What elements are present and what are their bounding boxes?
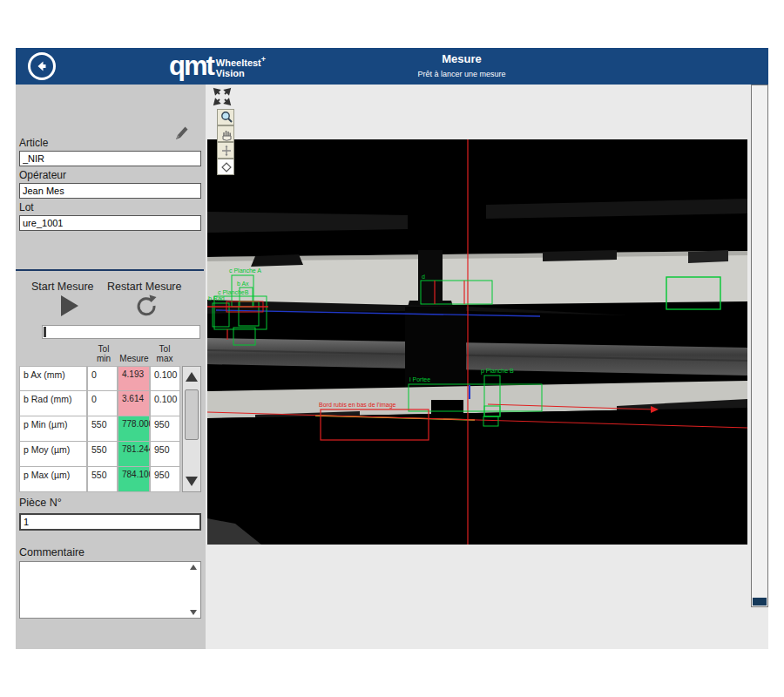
row-tol-min: 0 (87, 391, 118, 416)
annotation-label-d: d (422, 274, 425, 280)
row-tol-max: 950 (150, 416, 180, 442)
app-logo: qmt Wheeltest+ Vision (169, 51, 266, 80)
status-text: Prêt à lancer une mesure (375, 68, 549, 80)
row-name: p Moy (µm) (19, 442, 87, 467)
sidebar: Article Opérateur Lot Start Mesure Resta… (16, 85, 206, 649)
logo-vision: Vision (216, 68, 266, 78)
edit-pencil-icon[interactable] (172, 125, 189, 142)
article-input[interactable] (19, 151, 201, 166)
col-header-tolmax-1: Tol (152, 344, 178, 354)
page-title: Mesure (375, 51, 549, 68)
logo-wheeltest: Wheeltest (216, 58, 261, 68)
table-row[interactable]: b Rad (mm) 0 3.614 0.100 (19, 391, 180, 416)
comment-scroll-down-icon[interactable] (190, 610, 197, 615)
table-scrollbar[interactable] (182, 366, 201, 492)
col-header-mesure: Mesure (118, 354, 150, 363)
row-name: p Min (µm) (19, 416, 87, 442)
row-name: b Rad (mm) (19, 391, 87, 416)
progress-bar (42, 325, 200, 339)
table-row[interactable]: p Moy (µm) 550 781.244 950 (19, 442, 180, 467)
annotation-label-planche-b-left: c PlancheB (218, 289, 249, 295)
logo-plus: + (261, 55, 266, 64)
row-tol-max: 0.100 (150, 366, 180, 391)
application-window: qmt Wheeltest+ Vision Mesure Prêt à lanc… (0, 0, 784, 697)
annotation-label-bord-rubis: Bord rubis en bas de l'image (319, 402, 396, 409)
camera-image[interactable]: c Planche A b Ax c PlancheB b Rad d l Po… (207, 85, 747, 545)
row-tol-max: 950 (150, 442, 180, 467)
viewer-scrollbar-thumb[interactable] (753, 598, 767, 606)
commentaire-label: Commentaire (19, 546, 84, 558)
commentaire-textarea[interactable] (19, 561, 201, 619)
table-row[interactable]: p Min (µm) 550 778.000 950 (19, 416, 180, 442)
progress-fill (44, 327, 46, 337)
row-name: p Max (µm) (19, 467, 87, 492)
restart-mesure-label: Restart Mesure (107, 281, 181, 293)
scroll-down-icon[interactable] (186, 477, 198, 486)
piece-label: Pièce N° (19, 497, 62, 509)
move-icon (219, 143, 234, 159)
article-label: Article (19, 137, 48, 149)
logo-qmt: qmt (169, 51, 213, 80)
viewer-scrollbar[interactable] (751, 85, 768, 607)
expand-icon[interactable] (213, 87, 232, 106)
scrollbar-thumb[interactable] (185, 389, 199, 440)
row-mesure: 778.000 (118, 416, 150, 442)
col-header-tolmin-2: min (91, 354, 117, 363)
row-mesure: 781.244 (118, 442, 150, 467)
back-arrow-icon (34, 58, 50, 74)
pan-hand-icon (219, 126, 234, 142)
lot-label: Lot (19, 201, 34, 213)
pan-tool-button[interactable] (217, 125, 234, 142)
table-row[interactable]: p Max (µm) 550 784.100 950 (19, 467, 180, 492)
col-header-tolmax-2: max (152, 354, 178, 363)
row-mesure: 4.193 (118, 366, 150, 391)
row-tol-min: 550 (87, 442, 118, 467)
zoom-icon (219, 110, 234, 125)
operateur-label: Opérateur (19, 169, 66, 181)
section-divider (16, 269, 204, 271)
measurement-table: b Ax (mm) 0 4.193 0.100 b Rad (mm) 0 3.6… (19, 366, 180, 492)
row-tol-max: 0.100 (150, 391, 180, 416)
start-mesure-label: Start Mesure (31, 281, 94, 293)
table-row[interactable]: b Ax (mm) 0 4.193 0.100 (19, 366, 180, 391)
row-tol-min: 550 (87, 416, 118, 442)
annotation-label-b-rad: b Rad (208, 295, 225, 301)
piece-input[interactable] (19, 513, 201, 531)
camera-view-panel: c Planche A b Ax c PlancheB b Rad d l Po… (206, 85, 768, 649)
move-tool-button[interactable] (217, 142, 234, 159)
restart-mesure-button[interactable] (134, 294, 159, 318)
row-name: b Ax (mm) (19, 366, 87, 391)
operateur-input[interactable] (19, 183, 201, 199)
row-mesure: 3.614 (118, 391, 150, 416)
start-mesure-button[interactable] (61, 295, 78, 316)
col-header-tolmin-1: Tol (91, 344, 117, 354)
shape-tool-button[interactable] (217, 159, 234, 175)
row-tol-max: 950 (150, 467, 180, 492)
diamond-icon (219, 159, 234, 175)
header-bar: qmt Wheeltest+ Vision Mesure Prêt à lanc… (16, 48, 768, 85)
row-mesure: 784.100 (118, 467, 150, 492)
row-tol-min: 550 (87, 467, 118, 492)
annotation-label-planche-a: c Planche A (229, 267, 261, 274)
scroll-up-icon[interactable] (186, 372, 198, 382)
annotation-label-portee: l Portee (409, 376, 430, 382)
zoom-tool-button[interactable] (217, 109, 234, 125)
lot-input[interactable] (19, 215, 201, 231)
comment-scroll-up-icon[interactable] (190, 565, 197, 570)
annotation-label-planche-b: p Planche B (481, 368, 514, 375)
row-tol-min: 0 (87, 366, 118, 391)
app-frame: qmt Wheeltest+ Vision Mesure Prêt à lanc… (16, 48, 768, 649)
back-button[interactable] (28, 52, 56, 80)
annotation-label-b-ax: b Ax (237, 281, 249, 287)
